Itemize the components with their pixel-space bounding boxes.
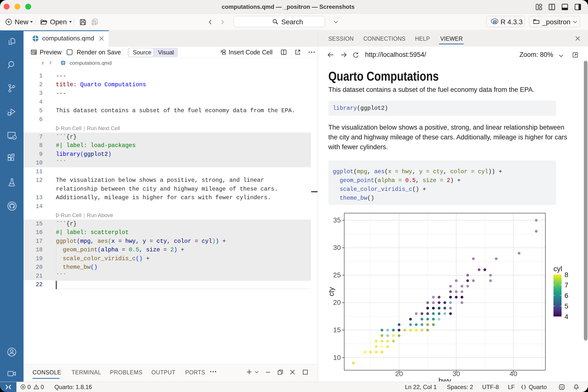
svg-text:15: 15: [333, 326, 341, 334]
svg-text:35: 35: [333, 216, 341, 224]
svg-text:4: 4: [564, 313, 568, 320]
svg-text:30: 30: [452, 370, 460, 378]
svg-text:20: 20: [333, 299, 341, 306]
svg-text:25: 25: [333, 271, 341, 279]
svg-text:cyl: cyl: [554, 265, 562, 273]
svg-text:R: R: [493, 19, 497, 25]
svg-text:cty: cty: [328, 287, 335, 296]
svg-text:7: 7: [564, 281, 568, 289]
svg-text:10: 10: [333, 354, 341, 362]
svg-text:6: 6: [564, 292, 568, 300]
svg-text:30: 30: [333, 244, 341, 251]
svg-text:hwy: hwy: [438, 377, 451, 382]
svg-text:8: 8: [564, 271, 568, 278]
svg-text:5: 5: [564, 302, 568, 310]
svg-text:20: 20: [395, 370, 403, 378]
svg-text:40: 40: [510, 370, 517, 378]
